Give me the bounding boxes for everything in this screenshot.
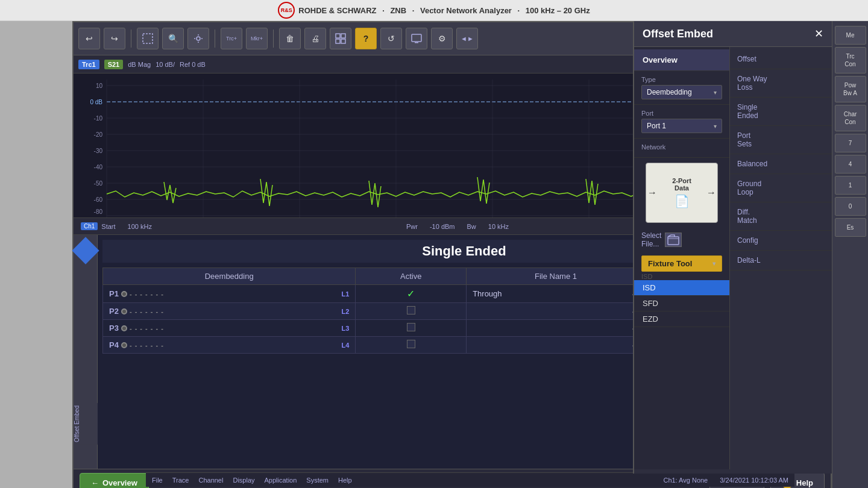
pwr-value[interactable]: -10 dBm (430, 223, 455, 230)
help-button[interactable]: ? (355, 28, 377, 49)
print-button[interactable]: 🖨 (304, 28, 326, 49)
left-tab-overview[interactable]: Overview (634, 49, 729, 71)
separator2: · (410, 6, 417, 15)
menu-help[interactable]: Help (338, 477, 352, 484)
port-p1-dot (121, 291, 127, 297)
grid-button[interactable] (330, 28, 351, 49)
type-dropdown[interactable]: Deembedding ▾ (641, 85, 722, 99)
active-p3-cell[interactable] (356, 320, 467, 337)
active-p4-checkbox[interactable] (407, 340, 415, 348)
far-right-btn-trc[interactable]: TrcCon (835, 47, 866, 74)
svg-text:-80: -80 (94, 208, 103, 215)
far-right-btn-char[interactable]: CharCon (835, 105, 866, 131)
active-p2-checkbox[interactable] (407, 306, 415, 314)
port-label: Port (641, 110, 722, 117)
delete-button[interactable]: 🗑 (279, 28, 301, 49)
port-p2-label: P2 (109, 307, 119, 316)
bw-value[interactable]: 10 kHz (488, 223, 509, 230)
right-tab-balanced[interactable]: Balanced (730, 154, 832, 174)
far-right-btn-0[interactable]: 0 (835, 197, 866, 216)
right-tab-offset[interactable]: Offset (730, 49, 832, 69)
overview-button[interactable]: ← Overview (80, 473, 149, 488)
right-tab-ground-loop[interactable]: GroundLoop (730, 174, 832, 202)
toolbar-sep-3 (273, 30, 274, 48)
active-p2-cell[interactable] (356, 303, 467, 320)
trc-label[interactable]: Trc1 (78, 60, 99, 69)
zoom-button[interactable]: 🔍 (162, 28, 184, 49)
left-arrow-icon: → (647, 187, 657, 198)
right-panel: Offset Embed ✕ Overview Type Deembedding… (633, 21, 832, 474)
model-name: ZNB (390, 6, 406, 15)
menu-channel[interactable]: Channel (198, 477, 223, 484)
right-tab-one-way-loss[interactable]: One WayLoss (730, 69, 832, 98)
menu-display[interactable]: Display (233, 477, 254, 484)
settings-button[interactable] (187, 28, 209, 49)
menu-file[interactable]: File (152, 477, 163, 484)
mkr-button[interactable]: Mkr+ (246, 28, 268, 49)
trc-button[interactable]: Trc+ (221, 28, 242, 49)
type-label: Type (641, 76, 722, 83)
help-button-label: Help (796, 478, 813, 487)
right-panel-close-button[interactable]: ✕ (814, 27, 823, 40)
port-p1-label: P1 (109, 289, 119, 298)
rs-logo: R&S (278, 2, 295, 19)
select-button[interactable] (137, 28, 159, 49)
svg-rect-2 (336, 34, 340, 38)
s21-label[interactable]: S21 (104, 60, 124, 69)
right-tab-single-ended[interactable]: SingleEnded (730, 98, 832, 126)
port-p4-line: - - - - - - - (130, 342, 339, 349)
fixture-option-isd[interactable]: ISD (634, 280, 729, 296)
menu-system[interactable]: System (306, 477, 329, 484)
svg-text:10: 10 (96, 83, 103, 89)
active-p4-cell[interactable] (356, 337, 467, 354)
far-right-btn-me[interactable]: Me (835, 26, 866, 45)
overview-button-label: Overview (102, 478, 137, 487)
title-bar: R&S ROHDE & SCHWARZ · ZNB · Vector Netwo… (0, 0, 868, 21)
far-right-btn-1[interactable]: 1 (835, 176, 866, 195)
nav-button[interactable]: ◄► (456, 28, 478, 49)
active-p3-checkbox[interactable] (407, 323, 415, 331)
overview-arrow-icon: ← (91, 478, 99, 487)
port-p3-label: P3 (109, 324, 119, 333)
svg-text:-30: -30 (94, 148, 103, 154)
fixture-option-sfd[interactable]: SFD (634, 296, 729, 311)
right-tab-diff-match[interactable]: Diff.Match (730, 202, 832, 231)
config-button[interactable]: ⚙ (431, 28, 453, 49)
refresh-button[interactable]: ↺ (380, 28, 402, 49)
network-box[interactable]: → → 2-Port Data 📄 (646, 163, 718, 223)
port-p4-cell: P4 - - - - - - - L4 (103, 337, 356, 354)
select-file-row[interactable]: SelectFile... (634, 228, 729, 252)
menu-trace[interactable]: Trace (172, 477, 189, 484)
fixture-tool-dropdown[interactable]: Fixture Tool ▾ (641, 255, 722, 272)
menu-application[interactable]: Application (265, 477, 297, 484)
svg-rect-3 (341, 34, 345, 38)
network-label: Network (641, 143, 722, 151)
left-tabs-panel: Overview Type Deembedding ▾ Port Port 1 … (634, 47, 730, 469)
far-right-btn-es[interactable]: Es (835, 218, 866, 237)
select-file-icon[interactable] (665, 233, 682, 247)
start-freq[interactable]: 100 kHz (128, 223, 152, 230)
far-right-btn-pow[interactable]: PowBw A (835, 76, 866, 102)
nav-diamond[interactable] (72, 237, 99, 264)
fixture-option-ezd[interactable]: EZD (634, 311, 729, 327)
redo-button[interactable]: ↪ (104, 28, 125, 49)
far-right-btn-4[interactable]: 4 (835, 155, 866, 174)
brand-area: R&S ROHDE & SCHWARZ · ZNB · Vector Netwo… (278, 2, 590, 19)
active-p1-check[interactable]: ✓ (407, 289, 415, 299)
right-tab-delta-l[interactable]: Delta-L (730, 251, 832, 271)
right-tab-config[interactable]: Config (730, 231, 832, 251)
col-header-filename: File Name 1 (467, 268, 646, 285)
right-tab-port-sets[interactable]: PortSets (730, 126, 832, 154)
svg-point-1 (197, 37, 200, 40)
port-dropdown[interactable]: Port 1 ▾ (641, 119, 722, 133)
port-p1-line: - - - - - - - (130, 290, 339, 298)
type-value: Deembedding (647, 88, 692, 96)
undo-button[interactable]: ↩ (78, 28, 100, 49)
svg-rect-6 (412, 34, 421, 42)
svg-text:-40: -40 (94, 164, 103, 170)
display-button[interactable] (406, 28, 427, 49)
port-l2-label: L2 (342, 308, 350, 315)
separator3: · (515, 6, 522, 15)
far-right-btn-7[interactable]: 7 (835, 134, 866, 152)
active-p1-cell[interactable]: ✓ (356, 285, 467, 303)
